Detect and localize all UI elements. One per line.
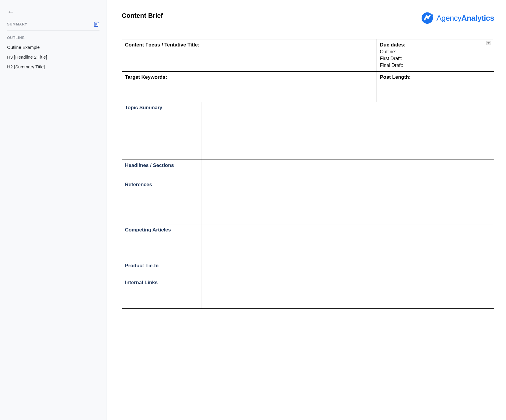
brief-body-table: Topic Summary Headlines / Sections Refer… <box>122 102 494 309</box>
ai-summary-icon[interactable] <box>94 21 99 27</box>
brand-mark-icon <box>421 12 433 24</box>
outline-section-label: OUTLINE <box>7 36 99 40</box>
outline-item[interactable]: H3 [Headline 2 Title] <box>7 53 99 61</box>
content-focus-label: Content Focus / Tentative Title: <box>125 42 200 48</box>
outline-list: Outline Example H3 [Headline 2 Title] H2… <box>7 43 99 71</box>
due-dates-label: Due dates: <box>380 42 406 48</box>
brief-header-table: Content Focus / Tentative Title: Due dat… <box>122 39 494 102</box>
brand-wordmark: AgencyAnalytics <box>436 14 494 23</box>
document-title: Content Brief <box>122 12 163 20</box>
outline-sidebar: ← SUMMARY OUTLINE Outline Example H3 [He… <box>0 0 107 420</box>
headlines-sections-label: Headlines / Sections <box>125 162 174 168</box>
target-keywords-label: Target Keywords: <box>125 74 167 80</box>
product-tie-in-label: Product Tie-In <box>125 263 159 268</box>
competing-articles-cell[interactable] <box>202 224 494 260</box>
post-length-label: Post Length: <box>380 74 411 80</box>
internal-links-cell[interactable] <box>202 277 494 308</box>
references-cell[interactable] <box>202 179 494 224</box>
summary-section-label: SUMMARY <box>7 22 28 26</box>
due-first-draft-label: First Draft: <box>380 56 402 61</box>
competing-articles-label: Competing Articles <box>125 227 171 233</box>
outline-item[interactable]: Outline Example <box>7 43 99 52</box>
back-arrow-icon[interactable]: ← <box>7 8 14 15</box>
topic-summary-label: Topic Summary <box>125 105 162 110</box>
headlines-sections-cell[interactable] <box>202 160 494 179</box>
topic-summary-cell[interactable] <box>202 102 494 160</box>
internal-links-label: Internal Links <box>125 280 158 285</box>
document-canvas[interactable]: Content Brief AgencyAnalytics Content Fo… <box>107 0 506 420</box>
references-label: References <box>125 182 152 187</box>
cell-options-icon[interactable] <box>486 41 491 45</box>
product-tie-in-cell[interactable] <box>202 260 494 277</box>
due-outline-label: Outline: <box>380 49 396 54</box>
outline-item[interactable]: H2 [Summary Title] <box>7 62 99 71</box>
brand-logo: AgencyAnalytics <box>421 12 494 24</box>
due-final-draft-label: Final Draft: <box>380 63 403 68</box>
